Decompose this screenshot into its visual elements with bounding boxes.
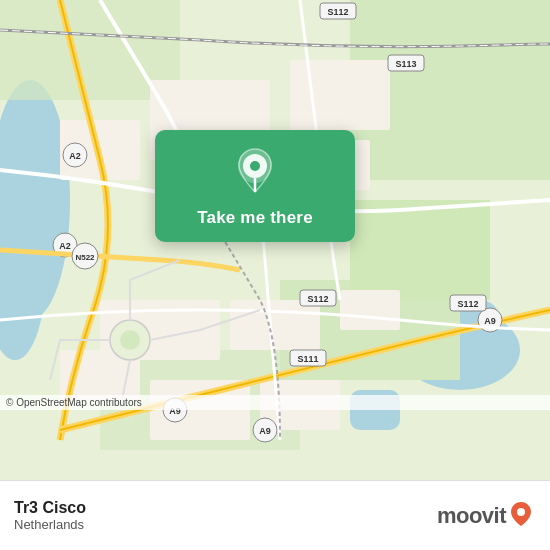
svg-text:S112: S112	[307, 294, 328, 304]
location-name: Tr3 Cisco	[14, 499, 86, 517]
svg-point-48	[250, 161, 260, 171]
bottom-bar: Tr3 Cisco Netherlands moovit	[0, 480, 550, 550]
location-info: Tr3 Cisco Netherlands	[14, 499, 86, 532]
popup-card[interactable]: Take me there	[155, 130, 355, 242]
svg-text:N522: N522	[75, 253, 95, 262]
svg-rect-14	[290, 60, 390, 130]
copyright-bar: © OpenStreetMap contributors	[0, 395, 550, 410]
svg-point-49	[517, 508, 525, 516]
svg-text:A9: A9	[484, 316, 496, 326]
svg-rect-18	[340, 290, 400, 330]
svg-text:S112: S112	[457, 299, 478, 309]
svg-text:S113: S113	[395, 59, 416, 69]
svg-text:S111: S111	[297, 354, 318, 364]
moovit-text: moovit	[437, 503, 506, 529]
svg-text:S112: S112	[327, 7, 348, 17]
svg-text:A2: A2	[69, 151, 81, 161]
location-country: Netherlands	[14, 517, 86, 532]
svg-point-45	[120, 330, 140, 350]
moovit-pin-icon	[510, 501, 532, 531]
location-pin-icon	[236, 148, 274, 194]
svg-rect-17	[230, 300, 320, 350]
svg-text:A9: A9	[259, 426, 271, 436]
map-container: A2 A2 A9 A9 A9 N522 S112 S113 S112 S112 …	[0, 0, 550, 480]
moovit-logo: moovit	[437, 501, 532, 531]
svg-rect-10	[350, 200, 490, 300]
svg-text:A2: A2	[59, 241, 71, 251]
popup-label: Take me there	[197, 208, 313, 228]
pin-icon-wrapper	[236, 148, 274, 198]
